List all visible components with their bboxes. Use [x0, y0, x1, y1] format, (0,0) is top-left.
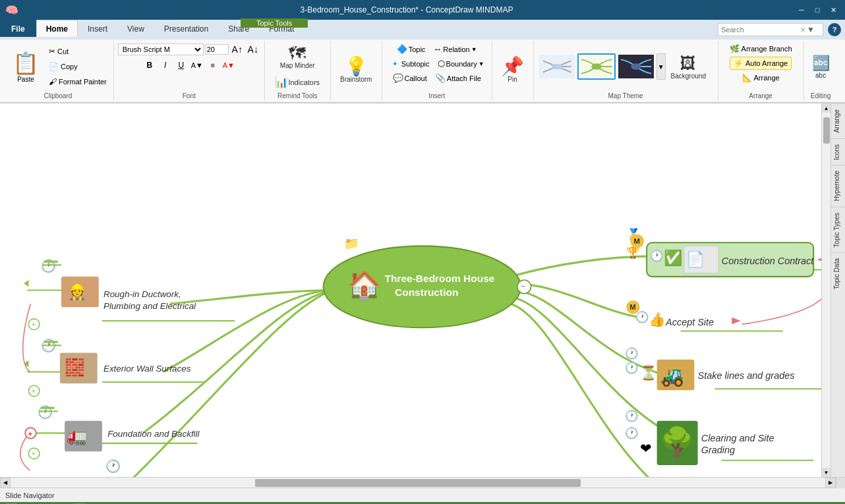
svg-text:📄: 📄 — [686, 250, 705, 268]
svg-text:⏳: ⏳ — [640, 364, 657, 381]
underline-button[interactable]: U — [174, 58, 189, 72]
right-panel-topic-types[interactable]: Topic Types — [831, 207, 845, 253]
callout-button[interactable]: 💬 Callout — [390, 71, 430, 85]
theme-thumb-1[interactable] — [538, 53, 576, 80]
theme-thumb-3[interactable] — [617, 53, 655, 80]
help-button[interactable]: ? — [828, 23, 841, 36]
scroll-down-button[interactable]: ▼ — [822, 468, 831, 477]
right-panel: Arrange Icons Hypernote Topic Types Topi… — [830, 103, 845, 477]
pin-button[interactable]: 📌 Pin — [496, 55, 529, 86]
close-button[interactable]: ✕ — [827, 3, 840, 16]
arrange-button[interactable]: 📐 Arrange — [738, 71, 784, 84]
svg-marker-28 — [24, 280, 28, 287]
relation-button[interactable]: ↔ Relation ▼ — [430, 42, 480, 56]
tab-view[interactable]: View — [117, 20, 154, 37]
canvas-area[interactable]: Three-Bedroom House Construction 🏠 − 📁 🕐… — [0, 103, 830, 477]
right-panel-icons[interactable]: Icons — [831, 138, 845, 165]
background-button[interactable]: 🖼 Background — [667, 51, 710, 82]
maximize-button[interactable]: □ — [811, 3, 824, 16]
svg-text:Construction Contract: Construction Contract — [722, 256, 815, 266]
svg-text:Construction: Construction — [395, 287, 458, 298]
h-scroll-track — [11, 479, 825, 487]
vertical-scrollbar[interactable]: ▲ ▼ — [821, 103, 830, 477]
text-color-button[interactable]: A▼ — [221, 58, 236, 72]
right-panel-topic-data[interactable]: Topic Data — [831, 252, 845, 294]
arrange-branch-button[interactable]: 🌿 Arrange Branch — [726, 42, 796, 55]
h-scroll-thumb[interactable] — [255, 479, 581, 487]
tab-home[interactable]: Home — [36, 20, 78, 37]
copy-button[interactable]: 📄 Copy — [46, 61, 109, 72]
svg-text:🌳: 🌳 — [659, 425, 695, 459]
app-icon: 🧠 — [5, 4, 18, 16]
tab-presentation[interactable]: Presentation — [154, 20, 218, 37]
svg-point-6 — [591, 63, 601, 70]
search-input[interactable] — [721, 26, 800, 34]
insert-row3: 💬 Callout 📎 Attach File — [390, 71, 484, 85]
svg-text:🕐: 🕐 — [105, 459, 121, 474]
auto-arrange-button[interactable]: ⚡ Auto Arrange — [730, 57, 792, 70]
format-painter-button[interactable]: 🖌 Format Painter — [46, 76, 109, 88]
ribbon-tabs-container: File Home Insert View Presentation Share… — [0, 20, 845, 40]
text-highlight-button[interactable]: A▼ — [190, 58, 204, 72]
font-shrink-button[interactable]: A↓ — [246, 42, 260, 57]
search-filter-icon[interactable]: ▼ — [807, 25, 815, 34]
topic-button[interactable]: 🔷 Topic — [393, 42, 429, 56]
brainstorm-content: 💡 Brainstorm — [335, 42, 378, 98]
brainstorm-button[interactable]: 💡 Brainstorm — [335, 55, 378, 86]
svg-point-7 — [631, 63, 641, 70]
arrange-group-content: 🌿 Arrange Branch ⚡ Auto Arrange 📐 Arrang… — [722, 42, 800, 91]
cut-button[interactable]: ✂ Cut — [46, 45, 109, 57]
horizontal-scrollbar[interactable]: ◀ ▶ — [0, 477, 845, 488]
remind-tools-group: 🗺 Map Minder 📊 Indicators Remind Tools — [265, 41, 331, 101]
tab-file[interactable]: File — [0, 20, 36, 37]
arrange-group: 🌿 Arrange Branch ⚡ Auto Arrange 📐 Arrang… — [718, 41, 804, 101]
font-size-input[interactable] — [205, 44, 229, 55]
svg-text:M: M — [629, 303, 635, 311]
font-grow-button[interactable]: A↑ — [230, 42, 245, 57]
search-close-icon[interactable]: ✕ — [800, 26, 805, 34]
font-label: Font — [183, 91, 196, 99]
insert-row2: 🔹 Subtopic ⬡ Boundary ▼ — [386, 57, 488, 70]
ribbon: File Home Insert View Presentation Share… — [0, 20, 845, 103]
indicators-button[interactable]: 📊 Indicators — [271, 73, 324, 91]
scroll-right-button[interactable]: ▶ — [825, 478, 836, 488]
right-panel-hypernote[interactable]: Hypernote — [831, 165, 845, 206]
svg-text:+: + — [32, 450, 36, 458]
clipboard-small-buttons: ✂ Cut 📄 Copy 🖌 Format Painter — [46, 42, 109, 91]
attach-file-button[interactable]: 📎 Attach File — [432, 71, 484, 85]
ribbon-content: 📋 Paste ✂ Cut 📄 Copy 🖌 Format Painter — [0, 40, 845, 103]
v-scroll-thumb[interactable] — [823, 117, 830, 144]
text-indent-button[interactable]: ≡ — [206, 58, 220, 72]
boundary-button[interactable]: ⬡ Boundary ▼ — [434, 57, 488, 70]
theme-more-button[interactable]: ▼ — [656, 53, 666, 80]
svg-text:🕐: 🕐 — [625, 361, 639, 375]
slide-navigator-label: Slide Navigator — [5, 491, 55, 499]
abc-button[interactable]: 🔤 abc — [808, 52, 834, 82]
svg-text:Clearing and Site: Clearing and Site — [701, 433, 774, 443]
bold-button[interactable]: B — [142, 58, 157, 72]
title-bar: 🧠 3-Bedroom_House_Construction* - Concep… — [0, 0, 845, 20]
svg-text:Grading: Grading — [701, 445, 735, 455]
scroll-left-button[interactable]: ◀ — [0, 478, 11, 488]
tab-insert[interactable]: Insert — [78, 20, 117, 37]
insert-group-content: 🔷 Topic ↔ Relation ▼ 🔹 Subtopic — [386, 42, 488, 91]
subtopic-button[interactable]: 🔹 Subtopic — [386, 57, 433, 70]
theme-thumb-2[interactable] — [577, 53, 616, 80]
insert-label: Insert — [428, 91, 445, 99]
italic-button[interactable]: I — [158, 58, 173, 72]
font-name-select[interactable]: Brush Script M — [118, 43, 204, 55]
paste-button[interactable]: 📋 Paste — [7, 42, 45, 91]
clipboard-group-content: 📋 Paste ✂ Cut 📄 Copy 🖌 Format Painter — [7, 42, 109, 91]
svg-text:−: − — [521, 282, 525, 291]
svg-text:❤: ❤ — [640, 441, 652, 456]
svg-text:🕐: 🕐 — [650, 249, 664, 263]
scroll-up-button[interactable]: ▲ — [822, 103, 831, 113]
right-panel-arrange[interactable]: Arrange — [831, 103, 845, 138]
font-group: Brush Script M A↑ A↓ B I U A▼ ≡ A▼ Font — [114, 41, 265, 101]
svg-text:+: + — [32, 387, 36, 395]
search-box[interactable]: ✕ ▼ — [718, 23, 823, 36]
v-scroll-track — [822, 113, 830, 468]
svg-text:👷: 👷 — [68, 283, 87, 301]
map-minder-button[interactable]: 🗺 Map Minder — [276, 42, 319, 72]
minimize-button[interactable]: ─ — [795, 3, 808, 16]
